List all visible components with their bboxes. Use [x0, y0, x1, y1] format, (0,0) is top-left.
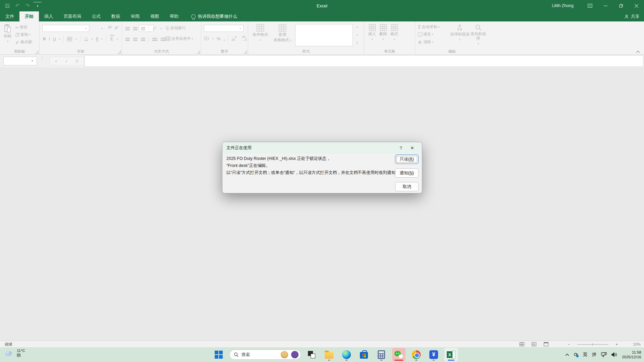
dialog-help-button[interactable]: ? [395, 144, 407, 152]
decrease-indent-icon[interactable] [152, 38, 157, 41]
shrink-font-button[interactable]: A▾ [115, 25, 118, 30]
cell-styles-gallery[interactable] [295, 24, 353, 46]
tell-me-box[interactable]: 告诉我你想要做什么 [191, 11, 237, 21]
merge-center-button[interactable]: 合并后居中▾ [165, 36, 193, 41]
zoom-out-icon[interactable]: − [568, 342, 570, 346]
redo-icon[interactable]: ↷ [23, 2, 32, 9]
number-format-dropdown-icon[interactable]: ▾ [239, 27, 241, 30]
sync-tray-icon[interactable]: ⟳ [574, 352, 578, 358]
ime-english-indicator[interactable]: 英 [583, 352, 587, 358]
page-break-preview-icon[interactable] [544, 342, 548, 346]
tab-view[interactable]: 视图 [145, 11, 164, 21]
save-icon[interactable] [3, 2, 11, 9]
clear-button[interactable]: 清除▾ [418, 40, 433, 45]
font-color-icon[interactable]: A [96, 37, 99, 42]
edge-button[interactable] [340, 348, 353, 361]
start-button[interactable] [212, 348, 225, 361]
tab-help[interactable]: 帮助 [164, 11, 184, 21]
tab-formulas[interactable]: 公式 [87, 11, 106, 21]
accounting-format-icon[interactable] [204, 37, 209, 41]
calculator-button[interactable] [375, 348, 388, 361]
fill-button[interactable]: ↓ 填充▾ [418, 32, 433, 37]
bold-button[interactable]: B [43, 37, 46, 41]
sort-filter-button[interactable]: AZ▼ 排序和筛选▾ [450, 24, 470, 42]
format-cells-button[interactable]: 格式▾ [390, 24, 398, 48]
borders-dropdown-icon[interactable]: ▾ [75, 38, 76, 41]
conditional-formatting-button[interactable]: 条件格式▾ [252, 24, 269, 42]
formula-bar-input[interactable] [85, 55, 643, 67]
minimize-icon[interactable] [598, 0, 613, 11]
zoom-slider[interactable] [577, 344, 608, 345]
zoom-in-icon[interactable]: + [615, 342, 618, 346]
speaker-icon[interactable] [611, 352, 617, 357]
phonetic-guide-button[interactable]: wén 文 [110, 37, 113, 42]
taskbar-search-box[interactable]: 搜索 [229, 350, 301, 360]
ribbon-display-options-icon[interactable] [582, 0, 598, 11]
tab-insert[interactable]: 插入 [39, 11, 58, 21]
fill-color-dropdown-icon[interactable]: ▾ [92, 38, 93, 41]
zoom-level[interactable]: 10% [625, 342, 641, 346]
file-explorer-button[interactable] [322, 348, 336, 361]
number-format-select[interactable] [204, 25, 244, 32]
page-layout-view-icon[interactable] [532, 342, 536, 346]
restore-icon[interactable] [613, 0, 629, 11]
font-color-dropdown-icon[interactable]: ▾ [101, 38, 103, 41]
orientation-dropdown-icon[interactable]: ▾ [160, 27, 162, 30]
tab-review[interactable]: 审阅 [125, 11, 145, 21]
comma-style-button[interactable]: , [224, 36, 225, 41]
copy-button[interactable]: 复制▾ [15, 32, 31, 37]
gallery-more-icon[interactable]: ▾ [357, 42, 358, 45]
insert-function-icon[interactable]: fx [76, 58, 79, 64]
borders-icon[interactable] [67, 37, 72, 41]
align-middle-icon[interactable] [133, 27, 138, 30]
customize-quick-access-icon[interactable]: ▾ [34, 2, 42, 9]
underline-dropdown-icon[interactable]: ▾ [59, 38, 60, 41]
wechat-button[interactable] [392, 348, 406, 361]
share-button[interactable]: 共享 [625, 11, 639, 21]
align-top-icon[interactable] [125, 27, 130, 30]
orientation-icon[interactable] [152, 26, 157, 31]
insert-cells-button[interactable]: 插入▾ [368, 24, 376, 48]
align-right-icon[interactable] [141, 38, 145, 41]
cancel-entry-icon[interactable]: × [55, 59, 57, 64]
align-bottom-icon[interactable] [141, 27, 145, 30]
increase-decimal-button[interactable]: ←.0 .00 [231, 36, 238, 42]
signed-in-user[interactable]: Lilith Zhong [552, 3, 574, 8]
formula-bar-resize-handle[interactable]: ⋮ [40, 57, 44, 60]
wrap-text-button[interactable]: 自动换行 [165, 25, 186, 31]
ime-pinyin-indicator[interactable]: 拼 [592, 352, 597, 358]
format-as-table-button[interactable]: 套用 表格格式 ▾ [272, 24, 292, 43]
fill-color-icon[interactable] [84, 37, 89, 41]
notify-button[interactable]: 通知(N) [395, 168, 419, 178]
gallery-down-icon[interactable]: ▾ [357, 34, 358, 37]
font-name-input[interactable] [42, 25, 89, 32]
payment-app-button[interactable]: ¥ [427, 348, 440, 361]
accounting-dropdown-icon[interactable]: ▾ [212, 37, 214, 40]
font-name-dropdown-icon[interactable]: ▾ [85, 27, 87, 30]
task-view-button[interactable] [305, 348, 318, 361]
alignment-dialog-launcher-icon[interactable]: ↘ [197, 50, 200, 54]
phonetic-dropdown-icon[interactable]: ▾ [116, 38, 118, 41]
decrease-decimal-button[interactable]: .00 →.0 [241, 36, 249, 42]
excel-taskbar-button[interactable]: X [444, 348, 458, 361]
name-box-dropdown-icon[interactable]: ▾ [32, 59, 33, 62]
align-center-icon[interactable] [133, 38, 138, 41]
undo-icon[interactable]: ↶ [13, 2, 21, 9]
network-icon[interactable] [601, 352, 607, 357]
font-size-dropdown-icon[interactable]: ▾ [101, 27, 103, 30]
delete-cells-button[interactable]: 删除▾ [379, 24, 387, 48]
hidden-icons-chevron[interactable] [565, 353, 569, 356]
close-icon[interactable] [629, 0, 644, 11]
underline-button[interactable]: U [53, 37, 56, 41]
clock[interactable]: 11:58 2025/12/16 [622, 350, 641, 359]
gallery-up-icon[interactable]: ▴ [357, 25, 358, 28]
read-only-button[interactable]: 只读(R) [395, 155, 419, 164]
paste-button[interactable]: 粘贴▾ [2, 24, 13, 44]
enter-entry-icon[interactable]: ✓ [65, 59, 68, 64]
clipboard-dialog-launcher-icon[interactable]: ↘ [35, 50, 38, 54]
number-dialog-launcher-icon[interactable]: ↘ [244, 50, 247, 54]
grow-font-button[interactable]: A▴ [108, 25, 112, 30]
italic-button[interactable]: I [49, 37, 50, 41]
cut-button[interactable]: ✂剪切 [15, 25, 28, 30]
tab-page-layout[interactable]: 页面布局 [58, 11, 87, 21]
